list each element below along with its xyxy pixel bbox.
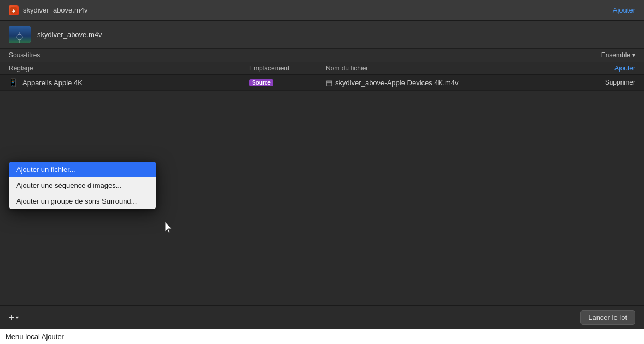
bottom-bar: + ▾ Lancer le lot [0,305,644,329]
main-content-area: Ajouter un fichier... Ajouter une séquen… [0,91,644,305]
title-bar: skydiver_above.m4v Ajouter [0,0,644,21]
add-plus-button[interactable]: + [9,313,15,323]
file-doc-icon: ▤ [326,79,332,87]
col-header-nom: Nom du fichier [326,64,592,72]
svg-marker-7 [165,222,172,233]
ensemble-chevron-icon: ▾ [632,51,635,59]
menu-item-add-file[interactable]: Ajouter un fichier... [9,162,156,177]
add-chevron-button[interactable]: ▾ [16,315,19,321]
supprimer-button[interactable]: Supprimer [592,79,635,86]
file-name-label: skydiver_above.m4v [37,31,102,39]
title-bar-left: skydiver_above.m4v [9,5,88,15]
file-header: skydiver_above.m4v [0,21,644,49]
menu-item-add-surround[interactable]: Ajouter un groupe de sons Surround... [9,193,156,209]
footer-annotation: Menu local Ajouter [0,329,644,344]
device-icon: 📱 [9,78,18,87]
col-header-ajouter-button[interactable]: Ajouter [592,64,635,72]
dropdown-menu: Ajouter un fichier... Ajouter une séquen… [9,162,156,209]
col-header-reglage: Réglage [9,64,249,72]
file-name-value: skydiver_above-Apple Devices 4K.m4v [335,79,458,87]
source-badge: Source [249,79,273,86]
add-button-group: + ▾ [9,313,19,323]
column-headers: Réglage Emplacement Nom du fichier Ajout… [0,62,644,75]
footer-text: Menu local Ajouter [5,333,64,341]
cursor-indicator [165,222,174,235]
lancer-le-lot-button[interactable]: Lancer le lot [580,310,635,325]
table-row: 📱 Appareils Apple 4K Source ▤ skydiver_a… [0,75,644,91]
row-reglage-cell: 📱 Appareils Apple 4K [9,78,249,87]
col-header-emplacement: Emplacement [249,64,326,72]
file-thumbnail [9,26,31,43]
row-emplacement-cell: Source [249,79,326,86]
menu-item-add-sequence[interactable]: Ajouter une séquence d'images... [9,177,156,193]
svg-point-2 [13,12,14,13]
ensemble-button[interactable]: Ensemble ▾ [601,51,635,59]
main-window: skydiver_above.m4v Ajouter skydiver_ab [0,0,644,344]
window-title: skydiver_above.m4v [23,6,88,14]
reglage-label: Appareils Apple 4K [22,79,83,87]
title-add-button[interactable]: Ajouter [613,6,635,14]
row-nom-cell: ▤ skydiver_above-Apple Devices 4K.m4v [326,79,592,87]
table-section-header: Sous-titres Ensemble ▾ [0,49,644,62]
sous-titres-label: Sous-titres [9,51,40,59]
app-icon [9,5,19,15]
